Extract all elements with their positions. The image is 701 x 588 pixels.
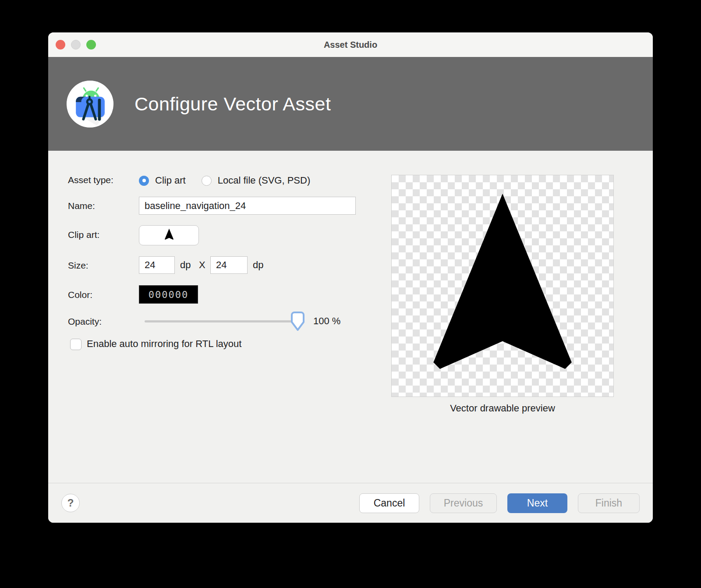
window-title: Asset Studio bbox=[48, 40, 653, 50]
page-title: Configure Vector Asset bbox=[135, 93, 331, 115]
rtl-mirroring-label[interactable]: Enable auto mirroring for RTL layout bbox=[87, 338, 241, 350]
radio-local-file-label[interactable]: Local file (SVG, PSD) bbox=[218, 175, 311, 186]
preview-caption: Vector drawable preview bbox=[391, 403, 614, 414]
opacity-label: Opacity: bbox=[68, 316, 102, 327]
next-button[interactable]: Next bbox=[507, 493, 567, 513]
opacity-percent-value: 100 % bbox=[313, 315, 340, 327]
finish-button[interactable]: Finish bbox=[578, 493, 640, 513]
android-studio-icon bbox=[67, 81, 113, 128]
size-separator: X bbox=[199, 256, 205, 274]
navigation-arrow-icon bbox=[162, 227, 176, 243]
size-height-unit: dp bbox=[253, 256, 263, 274]
vector-drawable-preview bbox=[391, 175, 614, 397]
color-swatch-button[interactable]: 000000 bbox=[139, 285, 198, 304]
color-hex-value: 000000 bbox=[149, 289, 188, 300]
radio-local-file[interactable] bbox=[202, 176, 212, 186]
size-height-input[interactable] bbox=[210, 256, 248, 274]
color-label: Color: bbox=[68, 290, 92, 300]
dialog-footer: ? Cancel Previous Next Finish bbox=[48, 483, 653, 523]
size-width-input[interactable] bbox=[139, 256, 175, 274]
previous-button[interactable]: Previous bbox=[430, 493, 497, 513]
size-width-unit: dp bbox=[180, 256, 191, 274]
clip-art-picker-button[interactable] bbox=[139, 225, 199, 245]
asset-type-radio-group: Clip art Local file (SVG, PSD) bbox=[139, 174, 320, 187]
screenshot-canvas: { "window": { "title": "Asset Studio" },… bbox=[0, 0, 701, 588]
opacity-slider-thumb[interactable] bbox=[290, 311, 306, 332]
footer-button-group: Cancel Previous Next Finish bbox=[359, 493, 640, 513]
asset-studio-dialog: Asset Studio bbox=[48, 32, 653, 523]
clip-art-label: Clip art: bbox=[68, 230, 99, 240]
minimize-window-button[interactable] bbox=[71, 40, 81, 50]
form-content: Asset type: Clip art Local file (SVG, PS… bbox=[48, 151, 653, 483]
name-label: Name: bbox=[68, 201, 95, 211]
asset-type-label: Asset type: bbox=[68, 175, 113, 185]
title-bar: Asset Studio bbox=[48, 32, 653, 57]
help-button[interactable]: ? bbox=[61, 494, 80, 512]
cancel-button[interactable]: Cancel bbox=[359, 493, 419, 513]
opacity-slider-track[interactable] bbox=[145, 320, 304, 322]
close-window-button[interactable] bbox=[56, 40, 65, 50]
radio-clip-art[interactable] bbox=[139, 176, 149, 186]
name-input[interactable] bbox=[139, 197, 356, 215]
size-label: Size: bbox=[68, 260, 89, 271]
question-mark-icon: ? bbox=[67, 497, 74, 509]
window-controls bbox=[56, 40, 96, 50]
radio-clip-art-label[interactable]: Clip art bbox=[155, 175, 186, 186]
wizard-header: Configure Vector Asset bbox=[48, 57, 653, 151]
zoom-window-button[interactable] bbox=[86, 40, 96, 50]
navigation-arrow-preview-icon bbox=[392, 175, 613, 397]
rtl-mirroring-checkbox[interactable] bbox=[70, 339, 81, 350]
